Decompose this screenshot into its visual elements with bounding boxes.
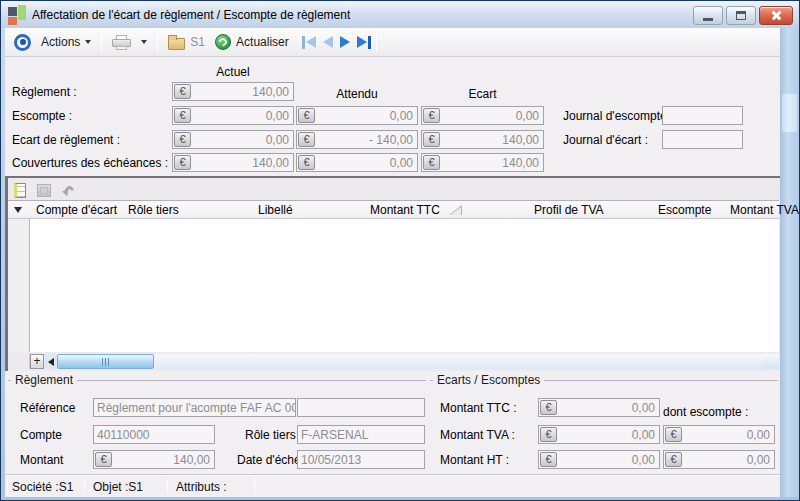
frame-scroll-thumb (782, 94, 797, 132)
undo-icon (62, 184, 77, 197)
actions-menu-button[interactable]: Actions (36, 33, 96, 51)
nav-previous-button[interactable] (323, 36, 333, 48)
montant-ht-field[interactable]: € 0,00 (538, 450, 660, 469)
scroll-right-button[interactable] (763, 354, 779, 369)
field-value: 0,00 (558, 401, 659, 415)
reference-field[interactable]: Règlement pour l'acompte FAF AC 00000 (93, 398, 296, 417)
reference-field-2[interactable] (297, 398, 425, 417)
role-tiers-field[interactable]: F-ARSENAL (297, 425, 425, 444)
refresh-icon (215, 34, 231, 50)
nav-first-button[interactable] (302, 36, 316, 49)
status-divider (7, 479, 8, 494)
reglement-actuel-field[interactable]: € 140,00 (172, 82, 294, 101)
montant-ht-escompte-field[interactable]: € 0,00 (663, 450, 775, 469)
main-toolbar: Actions S1 Actualiser (5, 28, 780, 57)
montant-ttc-label: Montant TTC : (440, 401, 516, 415)
grid-col-profil-tva[interactable]: Profil de TVA (534, 203, 604, 217)
ecart-reglement-attendu-field[interactable]: € - 140,00 (296, 130, 418, 149)
escompte-attendu-field[interactable]: € 0,00 (296, 106, 418, 125)
nav-last-button[interactable] (357, 36, 371, 49)
nav-first-icon (302, 36, 305, 49)
montant-tva-escompte-field[interactable]: € 0,00 (663, 425, 775, 444)
folder-s1-button[interactable]: S1 (163, 33, 210, 52)
euro-icon: € (298, 108, 315, 123)
escompte-ecart-field[interactable]: € 0,00 (421, 106, 544, 125)
folder-label: S1 (190, 35, 205, 49)
maximize-button[interactable] (726, 6, 756, 25)
compte-field[interactable]: 40110000 (93, 425, 215, 444)
grid-col-libelle[interactable]: Libellé (258, 203, 293, 217)
folder-icon (168, 38, 185, 50)
scrollbar-corner (8, 354, 30, 369)
record-icon (14, 34, 31, 51)
status-bar: Société :S1 Objet :S1 Attributs : (5, 474, 780, 497)
application-window: Affectation de l'écart de règlement / Es… (0, 0, 800, 501)
nav-last-icon (357, 36, 367, 48)
euro-icon: € (174, 84, 191, 99)
montant-label: Montant (20, 453, 63, 467)
journal-ecart-field[interactable] (662, 130, 743, 149)
couvertures-attendu-field[interactable]: € 0,00 (296, 153, 418, 172)
reference-label: Référence (20, 401, 75, 415)
montant-tva-field[interactable]: € 0,00 (538, 425, 660, 444)
compte-label: Compte (20, 428, 62, 442)
field-value: 0,00 (558, 428, 659, 442)
date-echeance-field[interactable]: 10/05/2013 (297, 450, 425, 469)
euro-icon: € (665, 452, 682, 467)
close-button[interactable] (759, 6, 793, 25)
window-frame-right (779, 28, 799, 497)
add-row-button[interactable]: + (30, 354, 44, 369)
status-societe: Société :S1 (12, 480, 73, 494)
euro-icon: € (540, 400, 557, 415)
couvertures-ecart-field[interactable]: € 140,00 (421, 153, 544, 172)
nav-next-button[interactable] (340, 36, 350, 48)
role-tiers-label: Rôle tiers (245, 428, 296, 442)
montant-ttc-field[interactable]: € 0,00 (538, 398, 660, 417)
scrollbar-thumb[interactable] (57, 354, 154, 369)
minimize-button[interactable] (693, 6, 723, 25)
refresh-button[interactable]: Actualiser (210, 32, 294, 52)
scroll-left-button[interactable] (44, 354, 57, 369)
status-divider (167, 479, 168, 494)
escompte-actuel-field[interactable]: € 0,00 (172, 106, 294, 125)
montant-field[interactable]: € 140,00 (93, 450, 215, 469)
scrollbar-track[interactable] (154, 354, 763, 369)
record-button[interactable] (9, 32, 36, 53)
ecart-reglement-ecart-field[interactable]: € 140,00 (421, 130, 544, 149)
ecart-reglement-actuel-field[interactable]: € 0,00 (172, 130, 294, 149)
chevron-down-icon (141, 40, 147, 44)
field-value: 0,00 (441, 109, 543, 123)
euro-icon: € (540, 427, 557, 442)
field-value: 140,00 (441, 133, 543, 147)
grid-col-montant-tva[interactable]: Montant TVA (730, 203, 799, 217)
grid-toolbar (14, 180, 77, 200)
grid-col-role-tiers[interactable]: Rôle tiers (128, 203, 179, 217)
reglement-row-label: Règlement : (12, 85, 77, 99)
selector-dropdown-icon[interactable] (14, 207, 22, 213)
euro-icon: € (423, 108, 440, 123)
title-bar[interactable]: Affectation de l'écart de règlement / Es… (1, 1, 799, 28)
client-area: Actions S1 Actualiser (5, 28, 780, 497)
journal-escompte-label: Journal d'escompte : (563, 109, 673, 123)
toolbar-separator (157, 32, 158, 52)
row-selector-column[interactable] (8, 201, 30, 352)
field-value: 140,00 (192, 156, 293, 170)
journal-escompte-field[interactable] (662, 106, 743, 125)
journal-ecart-label: Journal d'écart : (563, 133, 648, 147)
field-value: 0,00 (683, 428, 774, 442)
grid-col-escompte[interactable]: Escompte (658, 203, 711, 217)
field-value: 0,00 (683, 453, 774, 467)
field-value: 140,00 (113, 453, 214, 467)
euro-icon: € (665, 427, 682, 442)
new-line-icon[interactable] (14, 183, 26, 198)
field-value: 0,00 (316, 109, 417, 123)
couvertures-actuel-field[interactable]: € 140,00 (172, 153, 294, 172)
print-button[interactable] (107, 33, 136, 52)
print-options-button[interactable] (136, 38, 152, 46)
grid-col-compte-ecart[interactable]: Compte d'écart (36, 203, 117, 217)
status-objet: Objet :S1 (93, 480, 143, 494)
grid-col-montant-ttc[interactable]: Montant TTC (370, 203, 440, 217)
arrow-left-icon (48, 358, 54, 366)
euro-icon: € (174, 132, 191, 147)
field-value: 140,00 (441, 156, 543, 170)
